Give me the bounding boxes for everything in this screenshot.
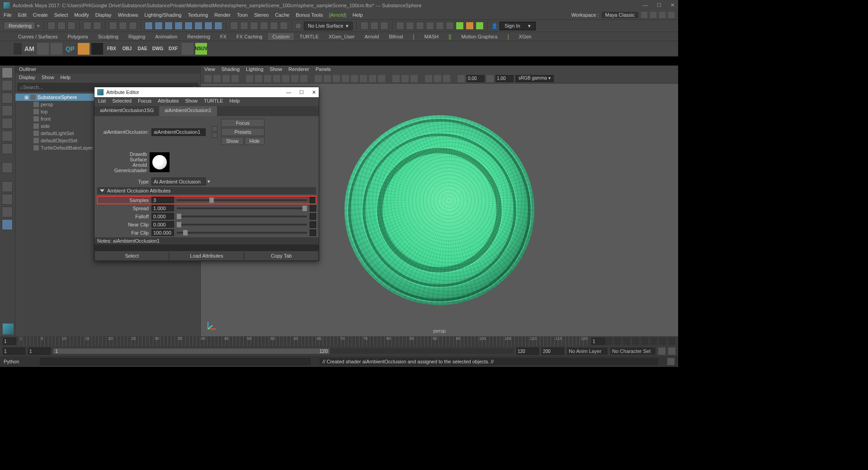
goto-start-icon[interactable] [605, 338, 612, 345]
rendersetup-icon[interactable] [436, 22, 444, 30]
select-tool-icon[interactable] [2, 67, 13, 78]
ae-material-swatch[interactable] [150, 152, 170, 172]
select-hierarchy-icon[interactable] [109, 22, 117, 30]
shelf-qp-icon[interactable]: QP [64, 43, 76, 55]
step-back-key-icon[interactable] [614, 338, 621, 345]
ae-hide-button[interactable]: Hide [245, 137, 265, 145]
mask-curve-icon[interactable] [165, 22, 173, 30]
ae-menu-list[interactable]: List [98, 98, 106, 105]
close-icon[interactable]: ✕ [670, 2, 675, 8]
menu-texturing[interactable]: Texturing [188, 12, 208, 18]
ae-menu-selected[interactable]: Selected [112, 98, 132, 105]
shelf-tab-polygons[interactable]: Polygons [63, 33, 92, 40]
layout-persp-icon[interactable] [2, 194, 13, 205]
ae-load-attrs-button[interactable]: Load Attributes [169, 251, 244, 261]
shelf-tab-custom[interactable]: Custom [268, 33, 294, 40]
shelf-tab-xgenuser[interactable]: XGen_User [324, 33, 359, 40]
outliner-menu-show[interactable]: Show [42, 75, 54, 81]
minimize-icon[interactable]: — [643, 2, 648, 8]
lasso-tool-icon[interactable] [2, 80, 13, 91]
ae-presets-button[interactable]: Presets [221, 128, 264, 136]
chevron-down-icon[interactable]: ▾ [208, 179, 210, 184]
outliner-menu-help[interactable]: Help [61, 75, 71, 81]
ae-falloff-input[interactable] [151, 213, 174, 220]
animlayer-dropdown[interactable]: No Anim Layer [567, 348, 608, 355]
menu-stereo[interactable]: Stereo [254, 12, 269, 18]
toggle-attr-icon[interactable] [380, 22, 388, 30]
menu-create[interactable]: Create [33, 12, 48, 18]
vtool-shadows-icon[interactable] [342, 75, 349, 82]
shelf-settings-icon[interactable] [91, 43, 103, 55]
ae-nearclip-input[interactable] [151, 221, 174, 228]
play-forward-icon[interactable] [641, 338, 648, 345]
shelf-toggle-icon[interactable] [14, 43, 22, 55]
ae-maximize-icon[interactable]: ☐ [299, 89, 304, 95]
ae-falloff-slider[interactable] [177, 216, 307, 217]
vtool-safe-title-icon[interactable] [300, 75, 307, 82]
new-scene-icon[interactable] [47, 22, 56, 30]
shelf-dxf-icon[interactable]: DXF [166, 43, 180, 55]
charset-dropdown[interactable]: No Character Set [610, 348, 656, 355]
ae-menu-turtle[interactable]: TURTLE [204, 98, 223, 105]
menu-lighting[interactable]: Lighting/Shading [144, 12, 181, 18]
open-scene-icon[interactable] [57, 22, 66, 30]
ae-samples-input[interactable] [151, 197, 174, 203]
ae-section-ao[interactable]: Ambient Occlusion Attributes [97, 187, 316, 194]
toggle-cbox-icon[interactable] [370, 22, 378, 30]
ae-spread-connect-icon[interactable] [310, 205, 316, 212]
shelf-tab-fxcaching[interactable]: FX Caching [232, 33, 267, 40]
menu-edit[interactable]: Edit [18, 12, 27, 18]
vtool-xray-icon[interactable] [360, 75, 367, 82]
tooloptions-icon[interactable] [650, 12, 656, 18]
shelf-tab-rendering[interactable]: Rendering [183, 33, 215, 40]
vtool-safe-action-icon[interactable] [291, 75, 298, 82]
shelf-am-icon[interactable]: AM [24, 43, 35, 55]
rotate-tool-icon[interactable] [2, 118, 13, 129]
vtool-film-gate-icon[interactable] [255, 75, 262, 82]
vtool-aa-icon[interactable] [392, 75, 400, 82]
snap-surface-icon[interactable] [280, 22, 288, 30]
shelf-torus-icon[interactable] [51, 43, 62, 55]
autokey-icon[interactable] [658, 348, 665, 355]
shelf-fbx-icon[interactable]: FBX [105, 43, 118, 55]
vmenu-lighting[interactable]: Lighting [246, 66, 264, 73]
shelf-tab-animation[interactable]: Animation [151, 33, 182, 40]
step-forward-key-icon[interactable] [659, 338, 666, 345]
vtool-textured-icon[interactable] [378, 75, 385, 82]
ipr-icon[interactable] [406, 22, 414, 30]
workspace-dropdown[interactable]: Maya Classic [602, 12, 638, 18]
ae-tab-shader[interactable]: aiAmbientOcclusion1 [159, 106, 217, 116]
signin-dropdown[interactable]: Sign In ▾ [500, 22, 536, 30]
menu-select[interactable]: Select [54, 12, 68, 18]
ae-farclip-connect-icon[interactable] [310, 230, 316, 236]
vmenu-view[interactable]: View [204, 66, 215, 73]
time-start-input[interactable] [3, 338, 16, 345]
vtool-dof-icon[interactable] [401, 75, 409, 82]
mask-render-icon[interactable] [204, 22, 212, 30]
mask-deform-icon[interactable] [184, 22, 193, 30]
range-playend-input[interactable] [516, 348, 539, 355]
menu-modify[interactable]: Modify [74, 12, 89, 18]
vtool-bookmark-icon[interactable] [222, 75, 230, 82]
scale-tool-icon[interactable] [2, 131, 13, 141]
vmenu-renderer[interactable]: Renderer [288, 66, 309, 73]
select-object-icon[interactable] [119, 22, 127, 30]
ae-show-button[interactable]: Show [221, 137, 244, 145]
mask-misc-icon[interactable] [214, 22, 222, 30]
live-surface[interactable]: No Live Surface▾ [304, 22, 353, 30]
ae-titlebar[interactable]: Attribute Editor — ☐ ✕ [94, 87, 319, 97]
undo-icon[interactable] [83, 22, 91, 30]
range-track[interactable]: 1120 [53, 348, 514, 354]
range-playstart-input[interactable] [28, 348, 51, 355]
shelf-tab-rigging[interactable]: Rigging [124, 33, 150, 40]
ae-go-upstream-icon[interactable] [212, 126, 217, 132]
vtool-far-input[interactable] [495, 75, 514, 82]
redo-icon[interactable] [93, 22, 101, 30]
paint-select-icon[interactable] [2, 93, 13, 103]
range-start-input[interactable] [3, 348, 25, 355]
ae-falloff-connect-icon[interactable] [310, 213, 316, 220]
command-input[interactable] [40, 358, 311, 365]
ae-samples-slider[interactable] [177, 199, 307, 201]
layout-single-icon[interactable] [2, 162, 13, 173]
vtool-gamma-icon[interactable] [434, 75, 441, 82]
